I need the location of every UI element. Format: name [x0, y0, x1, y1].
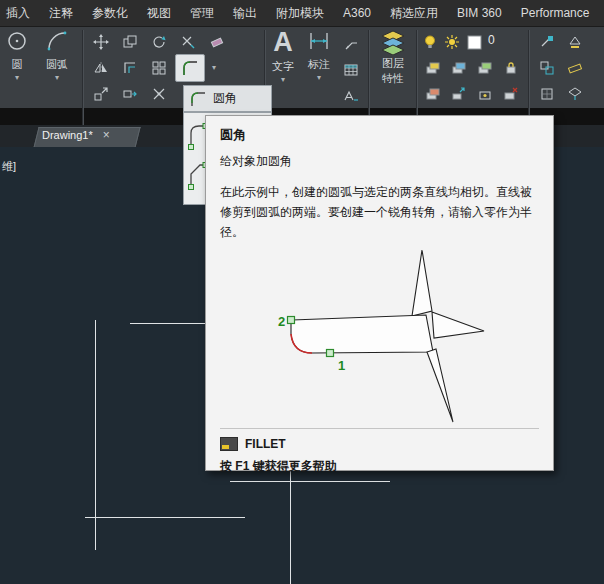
fillet-icon: [181, 59, 199, 77]
leader-icon: [343, 36, 359, 52]
layer-match-icon: [451, 86, 467, 102]
panel-divider: [82, 30, 84, 126]
ribbon-tool-button[interactable]: [562, 82, 588, 106]
chevron-down-icon: ▾: [212, 64, 216, 72]
circle-tool-label: 圆: [12, 57, 23, 72]
ribbon-tab-bar: 插入 注释 参数化 视图 管理 输出 附加模块 A360 精选应用 BIM 36…: [0, 0, 604, 27]
dimension-tool-button[interactable]: 标注 ▾: [302, 29, 336, 105]
viewport-controls-label[interactable]: 维]: [2, 159, 16, 174]
erase-button[interactable]: [204, 30, 230, 54]
flyout-item-fillet[interactable]: 圆角: [183, 85, 272, 112]
fillet-icon: [189, 90, 207, 108]
circle-icon: [5, 29, 29, 53]
array-button[interactable]: [146, 56, 172, 80]
layer-stack-icon: [477, 60, 493, 76]
fillet-tooltip: 圆角 给对象加圆角 在此示例中，创建的圆弧与选定的两条直线均相切。直线被修剪到圆…: [205, 115, 554, 471]
layer-freeze-button[interactable]: [442, 30, 462, 54]
match-properties-icon: [539, 34, 555, 50]
move-button[interactable]: [88, 30, 114, 54]
chevron-down-icon: ▾: [281, 76, 285, 84]
chevron-down-icon: ▾: [15, 74, 19, 82]
layer-stack-icon: [425, 60, 441, 76]
ribbon-tab-addins[interactable]: 附加模块: [276, 5, 324, 22]
layer-properties-label-line2: 特性: [382, 72, 404, 85]
stretch-icon: [122, 86, 138, 102]
ribbon-tool-button[interactable]: [562, 30, 588, 54]
explode-button[interactable]: [146, 82, 172, 106]
table-icon: [343, 62, 359, 78]
ribbon-tab-parametric[interactable]: 参数化: [92, 5, 128, 22]
panel-divider: [416, 30, 418, 126]
layer-lock-icon: [503, 60, 519, 76]
ribbon-tab-annotate[interactable]: 注释: [49, 5, 73, 22]
array-icon: [151, 60, 167, 76]
current-layer-value[interactable]: 0: [488, 33, 495, 47]
scale-button[interactable]: [88, 82, 114, 106]
layer-on-off-button[interactable]: [420, 30, 440, 54]
group-icon: [539, 60, 555, 76]
layer-tool-button[interactable]: [446, 82, 472, 106]
circle-tool-button[interactable]: 圆 ▾: [0, 29, 36, 105]
ribbon-tool-button[interactable]: [534, 82, 560, 106]
airplane-upper-wing: [432, 312, 484, 338]
offset-button[interactable]: [117, 56, 143, 80]
ribbon-tab-performance[interactable]: Performance: [521, 6, 590, 20]
construction-line[interactable]: [230, 481, 390, 482]
annotation-extra-button[interactable]: [338, 84, 364, 108]
tooltip-description: 在此示例中，创建的圆弧与选定的两条直线均相切。直线被修剪到圆弧的两端。要创建一个…: [220, 183, 539, 242]
ribbon-tab-bim360[interactable]: BIM 360: [457, 6, 502, 20]
layer-tool-button[interactable]: [498, 82, 524, 106]
ribbon: 圆 ▾ 圆弧 ▾: [0, 27, 604, 108]
layer-color-swatch[interactable]: [464, 30, 484, 54]
rotate-icon: [151, 34, 167, 50]
text-icon: A: [273, 29, 293, 55]
arc-tool-label: 圆弧: [46, 57, 68, 72]
stretch-button[interactable]: [117, 82, 143, 106]
arc-tool-button[interactable]: 圆弧 ▾: [38, 29, 76, 105]
construction-line[interactable]: [95, 320, 96, 550]
dimension-icon: [307, 29, 331, 53]
layer-tool-button[interactable]: [472, 82, 498, 106]
ribbon-tab-view[interactable]: 视图: [147, 5, 171, 22]
drawing-tab-label[interactable]: Drawing1*: [42, 129, 93, 141]
table-button[interactable]: [338, 58, 364, 82]
erase-icon: [209, 34, 225, 50]
airplane-lower-wing: [427, 349, 453, 422]
marker-label-2: 2: [278, 314, 285, 329]
ribbon-tab-manage[interactable]: 管理: [190, 5, 214, 22]
leader-button[interactable]: [338, 32, 364, 56]
grip-marker-2: [288, 317, 295, 324]
fillet-button[interactable]: [175, 54, 205, 82]
layer-tool-button[interactable]: [446, 56, 472, 80]
close-icon[interactable]: ×: [103, 129, 110, 141]
ribbon-tab-output[interactable]: 输出: [233, 5, 257, 22]
chevron-down-icon: ▾: [317, 74, 321, 82]
panel-divider: [528, 30, 530, 126]
layer-tool-button[interactable]: [420, 56, 446, 80]
trim-button[interactable]: [175, 30, 201, 54]
layer-tool-button[interactable]: [498, 56, 524, 80]
ribbon-tool-button[interactable]: [534, 56, 560, 80]
tooltip-subtitle: 给对象加圆角: [220, 153, 539, 170]
layer-tool-button[interactable]: [472, 56, 498, 80]
panel-divider: [368, 30, 370, 126]
block-icon: [539, 86, 555, 102]
construction-line[interactable]: [85, 517, 245, 518]
array-dropdown-button[interactable]: ▾: [207, 56, 221, 80]
rotate-button[interactable]: [146, 30, 172, 54]
mirror-button[interactable]: [88, 56, 114, 80]
construction-line[interactable]: [130, 323, 215, 324]
layer-properties-button[interactable]: 图层 特性: [372, 29, 414, 105]
ribbon-tab-a360[interactable]: A360: [343, 6, 371, 20]
grip-marker-1: [327, 350, 334, 357]
layer-tool-button[interactable]: [420, 82, 446, 106]
measure-icon: [567, 60, 583, 76]
copy-button[interactable]: [117, 30, 143, 54]
ribbon-tab-insert[interactable]: 插入: [6, 5, 30, 22]
white-square-icon: [467, 35, 482, 50]
move-icon: [93, 34, 109, 50]
scale-icon: [93, 86, 109, 102]
ribbon-tool-button[interactable]: [534, 30, 560, 54]
ribbon-tab-featured[interactable]: 精选应用: [390, 5, 438, 22]
ribbon-tool-button[interactable]: [562, 56, 588, 80]
